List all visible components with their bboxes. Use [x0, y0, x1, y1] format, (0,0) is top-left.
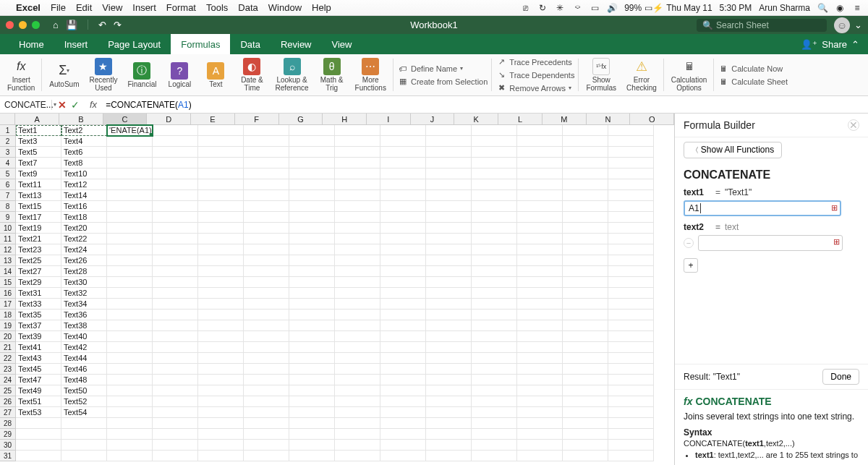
cell-F29[interactable]	[244, 429, 289, 440]
cell-G10[interactable]	[289, 223, 335, 234]
cell-G18[interactable]	[289, 310, 335, 320]
cell-C4[interactable]	[107, 158, 153, 168]
cell-B6[interactable]: Text12	[61, 179, 107, 190]
row-header-13[interactable]: 13	[0, 255, 16, 266]
cell-L2[interactable]	[517, 136, 563, 147]
menu-tools[interactable]: Tools	[206, 2, 228, 13]
cell-N25[interactable]	[608, 385, 654, 396]
menu-window[interactable]: Window	[268, 2, 302, 13]
cell-H21[interactable]	[335, 342, 380, 353]
cell-F13[interactable]	[244, 255, 289, 266]
qat-redo-icon[interactable]: ↷	[114, 20, 122, 30]
cell-G23[interactable]	[289, 364, 335, 375]
cell-L17[interactable]	[517, 299, 563, 310]
cell-G1[interactable]	[289, 125, 335, 136]
cell-N22[interactable]	[608, 353, 654, 364]
cell-A10[interactable]: Text19	[16, 223, 61, 234]
row-header-29[interactable]: 29	[0, 429, 16, 440]
cell-H6[interactable]	[335, 179, 380, 190]
cell-M7[interactable]	[563, 190, 608, 201]
cell-D31[interactable]	[153, 451, 198, 461]
cell-I13[interactable]	[380, 255, 426, 266]
cell-I18[interactable]	[380, 310, 426, 320]
cell-F20[interactable]	[244, 331, 289, 342]
cell-B18[interactable]: Text36	[61, 310, 107, 320]
cell-F30[interactable]	[244, 440, 289, 451]
cell-H11[interactable]	[335, 234, 380, 244]
cell-B26[interactable]: Text52	[61, 396, 107, 407]
cell-G16[interactable]	[289, 288, 335, 299]
cell-K27[interactable]	[472, 407, 517, 418]
cell-A3[interactable]: Text5	[16, 147, 61, 158]
cell-B24[interactable]: Text48	[61, 375, 107, 385]
cell-J15[interactable]	[426, 277, 472, 288]
siri-icon[interactable]: ◉	[835, 3, 845, 13]
cell-K9[interactable]	[472, 212, 517, 223]
tab-home[interactable]: Home	[9, 34, 54, 54]
cell-A18[interactable]: Text35	[16, 310, 61, 320]
menubar-user[interactable]: Arun Sharma	[759, 3, 810, 13]
cell-M6[interactable]	[563, 179, 608, 190]
cell-N14[interactable]	[608, 266, 654, 277]
cell-I10[interactable]	[380, 223, 426, 234]
cell-H30[interactable]	[335, 440, 380, 451]
cell-H4[interactable]	[335, 158, 380, 168]
cell-D30[interactable]	[153, 440, 198, 451]
cell-C6[interactable]	[107, 179, 153, 190]
menu-insert[interactable]: Insert	[132, 2, 156, 13]
clock-icon[interactable]: ↻	[537, 3, 548, 13]
row-header-15[interactable]: 15	[0, 277, 16, 288]
cell-F17[interactable]	[244, 299, 289, 310]
cell-B1[interactable]: Text2	[61, 125, 107, 136]
cell-A21[interactable]: Text41	[16, 342, 61, 353]
cell-N2[interactable]	[608, 136, 654, 147]
cell-J29[interactable]	[426, 429, 472, 440]
cell-D22[interactable]	[153, 353, 198, 364]
cell-I25[interactable]	[380, 385, 426, 396]
cell-A11[interactable]: Text21	[16, 234, 61, 244]
range-picker-icon[interactable]: ⊞	[831, 203, 838, 213]
cell-I16[interactable]	[380, 288, 426, 299]
cell-N27[interactable]	[608, 407, 654, 418]
cell-J12[interactable]	[426, 244, 472, 255]
cell-E26[interactable]	[198, 396, 244, 407]
cell-N4[interactable]	[608, 158, 654, 168]
cell-E7[interactable]	[198, 190, 244, 201]
bluetooth-icon[interactable]: ✳	[555, 3, 565, 13]
cell-L26[interactable]	[517, 396, 563, 407]
col-header-I[interactable]: I	[367, 114, 411, 125]
col-header-J[interactable]: J	[411, 114, 455, 125]
cell-D10[interactable]	[153, 223, 198, 234]
cell-J11[interactable]	[426, 234, 472, 244]
cell-A25[interactable]: Text49	[16, 385, 61, 396]
cell-A5[interactable]: Text9	[16, 168, 61, 179]
cell-I20[interactable]	[380, 331, 426, 342]
cell-J14[interactable]	[426, 266, 472, 277]
cell-E2[interactable]	[198, 136, 244, 147]
cell-E8[interactable]	[198, 201, 244, 212]
row-header-11[interactable]: 11	[0, 234, 16, 244]
qat-undo-icon[interactable]: ↶	[98, 20, 106, 30]
cell-I11[interactable]	[380, 234, 426, 244]
cell-L11[interactable]	[517, 234, 563, 244]
row-header-22[interactable]: 22	[0, 353, 16, 364]
share-button[interactable]: 👤⁺ Share ⌃	[792, 34, 868, 54]
cell-L24[interactable]	[517, 375, 563, 385]
cell-A17[interactable]: Text33	[16, 299, 61, 310]
cell-A7[interactable]: Text13	[16, 190, 61, 201]
cell-J13[interactable]	[426, 255, 472, 266]
cell-C23[interactable]	[107, 364, 153, 375]
cell-B3[interactable]: Text6	[61, 147, 107, 158]
cell-E31[interactable]	[198, 451, 244, 461]
cell-F21[interactable]	[244, 342, 289, 353]
control-center-icon[interactable]: ≡	[852, 3, 862, 13]
cell-D29[interactable]	[153, 429, 198, 440]
cell-E24[interactable]	[198, 375, 244, 385]
cell-N1[interactable]	[608, 125, 654, 136]
cell-H18[interactable]	[335, 310, 380, 320]
cell-L13[interactable]	[517, 255, 563, 266]
cell-F24[interactable]	[244, 375, 289, 385]
cell-H10[interactable]	[335, 223, 380, 234]
cell-E5[interactable]	[198, 168, 244, 179]
row-header-4[interactable]: 4	[0, 158, 16, 168]
